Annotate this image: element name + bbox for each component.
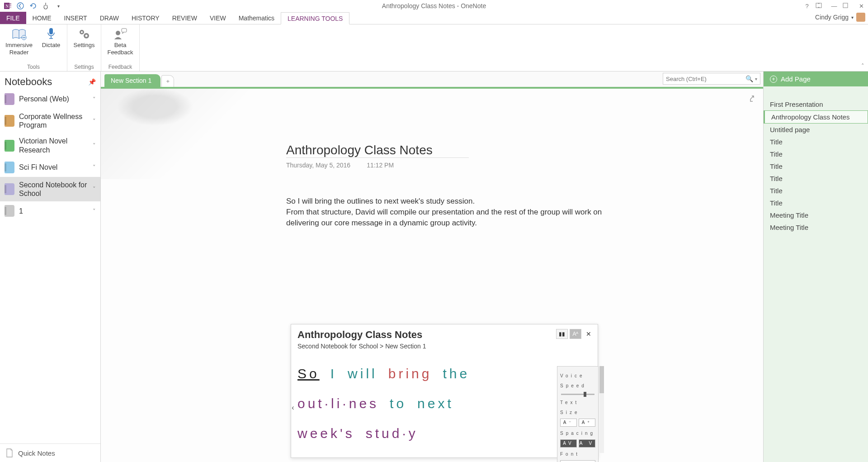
tab-history[interactable]: HISTORY bbox=[125, 12, 166, 24]
page-item[interactable]: First Presentation bbox=[764, 98, 868, 110]
page-item[interactable]: Untitled page bbox=[764, 124, 868, 136]
user-account[interactable]: Cindy Grigg ▾ bbox=[815, 13, 865, 22]
page-surface[interactable]: Anthropology Class Notes Thursday, May 5… bbox=[101, 89, 763, 462]
notebook-name: Personal (Web) bbox=[19, 95, 88, 103]
page-item[interactable]: Title bbox=[764, 136, 868, 148]
page-item[interactable]: Anthropology Class Notes bbox=[764, 110, 868, 124]
quick-notes-label: Quick Notes bbox=[18, 449, 55, 457]
search-scope-dropdown[interactable]: ▾ bbox=[753, 76, 757, 81]
svg-point-14 bbox=[116, 31, 120, 35]
notebook-name: Sci Fi Novel bbox=[19, 163, 88, 171]
page-item[interactable]: Meeting Title bbox=[764, 209, 868, 221]
svg-rect-1 bbox=[9, 3, 11, 5]
pages-sidebar: + Add Page First PresentationAnthropolog… bbox=[763, 71, 868, 462]
immersive-title: Anthropology Class Notes bbox=[297, 329, 422, 341]
page-list: First PresentationAnthropology Class Not… bbox=[764, 86, 868, 462]
qat-dropdown[interactable]: ▾ bbox=[53, 1, 63, 11]
touch-mode-button[interactable] bbox=[41, 1, 51, 11]
page-background-sketch bbox=[101, 89, 268, 179]
immersive-text-prefs-button[interactable]: Aᴬ bbox=[570, 329, 581, 339]
tab-home[interactable]: HOME bbox=[26, 12, 58, 24]
immersive-scrollbar[interactable] bbox=[599, 366, 604, 453]
notebook-item[interactable]: Second Notebook for School ˅ bbox=[0, 177, 100, 201]
titlebar: N ▾ Anthropology Class Notes - OneNote ?… bbox=[0, 0, 868, 12]
page-title[interactable]: Anthropology Class Notes bbox=[286, 143, 469, 158]
immersive-parts-of-speech-button[interactable]: ▮▮ bbox=[556, 329, 568, 339]
search-box[interactable]: 🔍 ▾ bbox=[663, 73, 760, 85]
tab-mathematics[interactable]: Mathematics bbox=[232, 12, 281, 24]
svg-point-13 bbox=[85, 35, 88, 37]
notebook-swatch bbox=[5, 140, 14, 152]
user-name-label: Cindy Grigg bbox=[815, 14, 849, 21]
chevron-down-icon[interactable]: ˅ bbox=[93, 118, 96, 124]
section-tab-active[interactable]: New Section 1 bbox=[104, 74, 160, 87]
notebooks-sidebar: Notebooks 📌 Personal (Web) ˅ Corporate W… bbox=[0, 71, 101, 462]
notebook-swatch bbox=[5, 93, 14, 105]
page-item[interactable]: Title bbox=[764, 185, 868, 197]
search-input[interactable] bbox=[666, 76, 745, 82]
tab-draw[interactable]: DRAW bbox=[94, 12, 125, 24]
notebook-item[interactable]: Victorian Novel Research ˅ bbox=[0, 133, 100, 157]
plus-icon: + bbox=[770, 76, 777, 83]
back-button[interactable] bbox=[15, 1, 25, 11]
settings-button[interactable]: Settings bbox=[72, 26, 96, 49]
beta-feedback-button[interactable]: BetaFeedback bbox=[106, 26, 135, 56]
spacing-narrow[interactable]: AV bbox=[560, 439, 577, 448]
close-button[interactable]: ✕ bbox=[856, 3, 866, 10]
text-size-increase[interactable]: A⁺ bbox=[579, 419, 595, 427]
center-column: New Section 1 + 🔍 ▾ Anthropology Class N… bbox=[101, 71, 763, 462]
notebook-item[interactable]: Corporate Wellness Program ˅ bbox=[0, 109, 100, 133]
tab-view[interactable]: VIEW bbox=[203, 12, 232, 24]
immersive-reader-button[interactable]: ImmersiveReader bbox=[5, 26, 33, 56]
page-item[interactable]: Title bbox=[764, 197, 868, 209]
tab-review[interactable]: REVIEW bbox=[166, 12, 203, 24]
text-size-decrease[interactable]: A⁻ bbox=[560, 419, 577, 427]
voice-speed-slider[interactable] bbox=[561, 394, 594, 395]
user-dropdown-icon: ▾ bbox=[851, 15, 854, 20]
svg-rect-15 bbox=[122, 29, 127, 32]
spacing-wide[interactable]: A V bbox=[579, 439, 595, 448]
chevron-down-icon[interactable]: ˅ bbox=[93, 96, 96, 103]
window-title: Anthropology Class Notes - OneNote bbox=[382, 2, 486, 10]
notebook-item[interactable]: 1 ˅ bbox=[0, 201, 100, 220]
page-time: 11:12 PM bbox=[367, 162, 394, 169]
pin-icon[interactable]: 📌 bbox=[88, 78, 96, 86]
search-icon[interactable]: 🔍 bbox=[745, 75, 753, 82]
full-screen-button[interactable] bbox=[816, 3, 826, 10]
page-item[interactable]: Title bbox=[764, 172, 868, 185]
chevron-down-icon[interactable]: ˅ bbox=[93, 142, 96, 149]
section-tabs-bar: New Section 1 + 🔍 ▾ bbox=[101, 71, 763, 87]
tab-file[interactable]: FILE bbox=[0, 12, 26, 24]
page-item[interactable]: Title bbox=[764, 160, 868, 172]
minimize-button[interactable]: — bbox=[829, 3, 839, 10]
pop-out-icon[interactable] bbox=[750, 95, 757, 102]
immersive-close-button[interactable]: ✕ bbox=[586, 330, 591, 338]
notebook-item[interactable]: Sci Fi Novel ˅ bbox=[0, 158, 100, 177]
immersive-breadcrumb: Second Notebook for School > New Section… bbox=[291, 343, 598, 354]
notebook-item[interactable]: Personal (Web) ˅ bbox=[0, 90, 100, 109]
undo-button[interactable] bbox=[28, 1, 38, 11]
help-button[interactable]: ? bbox=[802, 3, 812, 10]
immersive-prev-button[interactable]: ‹ bbox=[290, 400, 298, 415]
dictate-button[interactable]: Dictate bbox=[40, 26, 62, 56]
notebook-name: Corporate Wellness Program bbox=[19, 112, 88, 129]
quick-notes-button[interactable]: Quick Notes bbox=[0, 443, 100, 462]
add-page-label: Add Page bbox=[781, 75, 811, 83]
page-item[interactable]: Title bbox=[764, 148, 868, 160]
maximize-button[interactable] bbox=[843, 3, 853, 10]
font-select[interactable]: Calibri▾ bbox=[560, 460, 595, 462]
chevron-down-icon[interactable]: ˅ bbox=[93, 208, 96, 214]
notebook-swatch bbox=[5, 162, 14, 173]
notebook-name: Second Notebook for School bbox=[19, 181, 88, 198]
notebook-swatch bbox=[5, 183, 14, 195]
add-section-button[interactable]: + bbox=[161, 75, 174, 87]
add-page-button[interactable]: + Add Page bbox=[764, 71, 868, 86]
ribbon-collapse-button[interactable]: ˄ bbox=[861, 62, 864, 69]
tab-learning-tools[interactable]: LEARNING TOOLS bbox=[281, 12, 349, 24]
note-text[interactable]: So I will bring the outlines to next wee… bbox=[286, 196, 603, 228]
chevron-down-icon[interactable]: ˅ bbox=[93, 164, 96, 171]
chevron-down-icon[interactable]: ˅ bbox=[93, 186, 96, 192]
tab-insert[interactable]: INSERT bbox=[58, 12, 94, 24]
page-item[interactable]: Meeting Title bbox=[764, 221, 868, 233]
notebook-swatch bbox=[5, 205, 14, 217]
